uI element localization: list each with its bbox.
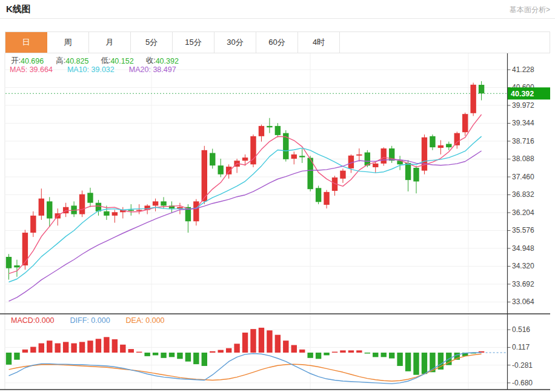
macd-hist-bar	[120, 345, 125, 353]
high-value: 40.825	[65, 57, 88, 65]
tab-月[interactable]: 月	[89, 32, 131, 53]
macd-hist-bar	[210, 351, 215, 353]
high-label: 高:	[56, 56, 65, 66]
candle-body	[373, 164, 378, 167]
kline-chart-canvas[interactable]: 41.22840.60039.97239.34438.71638.08837.4…	[0, 53, 555, 392]
ma10-legend: MA10: 39.032	[67, 65, 115, 74]
fundamental-analysis-link[interactable]: 基本面分析>	[510, 5, 550, 15]
price-tick-label: 38.716	[512, 137, 534, 145]
candle-body	[79, 194, 85, 214]
candle-body	[210, 153, 215, 166]
price-tick-label: 36.832	[512, 190, 534, 199]
price-tick-label: 39.344	[512, 119, 534, 127]
macd-hist-bar	[169, 353, 174, 357]
tab-15分[interactable]: 15分	[173, 32, 214, 53]
candle-body	[6, 257, 12, 268]
macd-hist-bar	[397, 353, 402, 366]
macd-hist-bar	[275, 335, 281, 353]
candle-body	[340, 171, 345, 179]
macd-hist-bar	[71, 344, 76, 353]
candle-body	[153, 201, 158, 205]
tab-30分[interactable]: 30分	[214, 32, 256, 53]
current-price-tag-value: 40.392	[511, 90, 534, 98]
candle-body	[30, 216, 36, 233]
candle-body	[128, 210, 134, 211]
candle-body	[438, 145, 444, 148]
macd-hist-bar	[389, 353, 394, 359]
diff-value-legend: DIFF: 0.000	[70, 316, 110, 325]
macd-hist-bar	[14, 353, 19, 360]
macd-hist-bar	[226, 348, 231, 353]
macd-hist-bar	[177, 353, 182, 359]
macd-hist-bar	[87, 341, 93, 353]
candle-body	[462, 114, 468, 132]
macd-hist-bar	[381, 353, 387, 357]
macd-legend: MACD:0.000 DIFF: 0.000 DEA: 0.000	[11, 316, 181, 325]
macd-hist-bar	[405, 353, 411, 371]
ma-legend: MA5: 39.664 MA10: 39.032 MA20: 38.497	[10, 65, 191, 74]
macd-hist-bar	[373, 353, 378, 357]
macd-hist-bar	[47, 341, 52, 353]
macd-hist-bar	[348, 350, 354, 353]
macd-hist-bar	[96, 339, 101, 353]
candle-body	[14, 265, 19, 267]
candle-body	[193, 201, 199, 221]
macd-hist-bar	[267, 330, 272, 353]
candle-body	[47, 201, 52, 218]
candle-body	[299, 156, 305, 157]
candle-body	[324, 192, 329, 205]
candle-body	[22, 233, 28, 265]
candle-body	[446, 144, 451, 147]
price-tick-label: 34.320	[512, 262, 534, 270]
price-tick-label: 33.064	[512, 297, 534, 306]
macd-hist-bar	[250, 329, 256, 353]
close-label: 收:	[146, 56, 156, 66]
macd-tick-label: 0.117	[512, 343, 530, 351]
macd-hist-bar	[299, 350, 305, 353]
tab-60分[interactable]: 60分	[256, 32, 298, 53]
header-divider	[0, 18, 555, 19]
macd-hist-bar	[55, 344, 61, 353]
candle-body	[430, 136, 435, 147]
candle-body	[202, 150, 207, 202]
tab-周[interactable]: 周	[47, 32, 89, 53]
macd-hist-bar	[324, 353, 329, 355]
tab-bar-filler	[340, 32, 550, 53]
macd-hist-bar	[30, 347, 36, 353]
macd-hist-bar	[365, 353, 370, 353]
candle-body	[381, 148, 387, 164]
macd-hist-bar	[202, 353, 207, 366]
candle-body	[242, 158, 248, 161]
macd-hist-bar	[332, 352, 337, 353]
macd-hist-bar	[422, 353, 427, 374]
candle-body	[291, 154, 297, 159]
macd-hist-bar	[307, 353, 313, 358]
low-value: 40.152	[110, 57, 133, 65]
price-tick-label: 37.460	[512, 173, 534, 181]
macd-hist-bar	[185, 353, 191, 362]
candle-body	[454, 133, 460, 145]
macd-hist-bar	[63, 342, 68, 353]
tab-5分[interactable]: 5分	[131, 32, 173, 53]
tab-4时[interactable]: 4时	[298, 32, 340, 53]
dea-value-legend: DEA: 0.000	[126, 316, 165, 325]
macd-tick-label: -0.281	[512, 361, 533, 370]
page-title: K线图	[6, 4, 31, 15]
macd-hist-bar	[234, 344, 239, 353]
candle-body	[87, 193, 93, 202]
tab-日[interactable]: 日	[5, 32, 47, 53]
macd-hist-bar	[39, 344, 44, 353]
macd-hist-bar	[413, 353, 419, 375]
macd-tick-label: -0.680	[512, 379, 533, 387]
macd-hist-bar	[316, 353, 321, 359]
ma20-legend: MA20: 38.497	[129, 65, 176, 74]
macd-hist-bar	[6, 353, 12, 365]
open-label: 开:	[11, 56, 21, 66]
macd-hist-bar	[79, 342, 85, 353]
price-tick-label: 39.972	[512, 101, 534, 110]
candle-body	[39, 199, 44, 216]
macd-hist-bar	[104, 337, 109, 353]
price-tick-label: 33.692	[512, 280, 534, 288]
ma5-legend: MA5: 39.664	[10, 65, 53, 74]
macd-hist-bar	[356, 350, 362, 353]
